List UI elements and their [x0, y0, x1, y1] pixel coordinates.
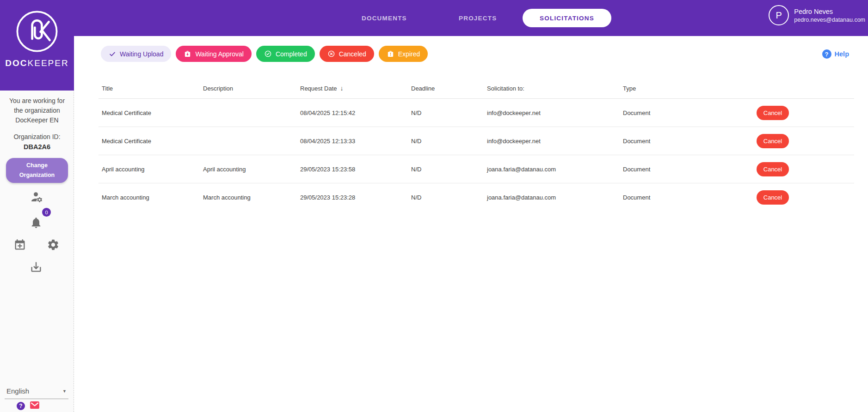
change-org-line2: Organization — [6, 170, 68, 180]
row-request-date: 29/05/2023 15:23:58 — [297, 166, 408, 173]
cancel-button[interactable]: Cancel — [757, 190, 789, 205]
sidebar-brand-header: DOCKEEPER — [0, 0, 74, 91]
help-question-icon[interactable]: ? — [17, 402, 25, 410]
column-header-description[interactable]: Description — [200, 85, 297, 92]
row-actions: Cancel — [712, 134, 854, 148]
filter-chip-label: Completed — [276, 50, 307, 58]
filter-chip-label: Expired — [398, 50, 420, 58]
filter-chip-label: Canceled — [339, 50, 366, 58]
row-type: Document — [620, 194, 712, 201]
sidebar-footer-icons: ? — [17, 401, 40, 411]
language-value: English — [6, 387, 29, 395]
sidebar: DOCKEEPER You are working for the organi… — [0, 0, 74, 412]
row-title: April accounting — [98, 166, 200, 173]
filter-chip-label: Waiting Approval — [195, 50, 244, 58]
user-profile[interactable]: P Pedro Neves pedro.neves@datanau.com — [769, 5, 865, 25]
page: DOCUMENTS PROJECTS SOLICITATIONS P Pedro… — [0, 0, 868, 412]
change-org-line1: Change — [6, 161, 68, 170]
help-label: Help — [835, 50, 849, 58]
filter-chip-canceled[interactable]: Canceled — [320, 46, 374, 62]
language-select[interactable]: English ▼ — [5, 386, 68, 399]
cancel-button[interactable]: Cancel — [757, 106, 789, 120]
avatar[interactable]: P — [769, 5, 789, 25]
user-email: pedro.neves@datanau.com — [794, 17, 865, 23]
row-type: Document — [620, 166, 712, 173]
working-for-line3: DocKeeper EN — [0, 115, 74, 125]
calendar-add-icon[interactable] — [13, 238, 26, 253]
tab-solicitations[interactable]: SOLICITATIONS — [523, 9, 611, 27]
column-header-solicitation-to[interactable]: Solicitation to: — [484, 85, 620, 92]
briefcase-down-arrow-icon — [184, 50, 191, 58]
notification-count-badge: 0 — [42, 208, 51, 217]
cancel-button[interactable]: Cancel — [757, 162, 789, 176]
filter-chip-waiting-approval[interactable]: Waiting Approval — [176, 46, 252, 62]
table-header-row: Title Description Request Date↓ Deadline… — [98, 78, 854, 99]
manage-users-icon[interactable] — [30, 190, 44, 206]
filter-chip-waiting-upload[interactable]: Waiting Upload — [101, 46, 171, 62]
row-deadline: N/D — [408, 109, 484, 116]
help-link[interactable]: ? Help — [822, 49, 849, 59]
working-for-line1: You are working for — [0, 96, 74, 106]
column-header-title[interactable]: Title — [98, 85, 200, 92]
change-organization-button[interactable]: Change Organization — [6, 158, 68, 183]
brand-name-light: KEEPER — [28, 58, 69, 68]
user-info: Pedro Neves pedro.neves@datanau.com — [794, 8, 865, 23]
brand-name-bold: DOC — [5, 58, 27, 68]
row-deadline: N/D — [408, 138, 484, 145]
briefcase-alert-icon — [387, 50, 394, 58]
download-icon[interactable] — [30, 261, 43, 275]
settings-gear-icon[interactable] — [47, 238, 60, 253]
organization-id-value: DBA2A6 — [0, 143, 74, 151]
row-solicitation-to: info@dockeeper.net — [484, 109, 620, 116]
working-for-text: You are working for the organization Doc… — [0, 96, 74, 125]
row-request-date: 29/05/2023 15:23:28 — [297, 194, 408, 201]
row-title: Medical Certificate — [98, 109, 200, 116]
tab-documents[interactable]: DOCUMENTS — [362, 0, 407, 36]
row-solicitation-to: joana.faria@datanau.com — [484, 194, 620, 201]
row-actions: Cancel — [712, 190, 854, 205]
table-row: April accounting April accounting 29/05/… — [98, 155, 854, 183]
column-header-type[interactable]: Type — [620, 85, 712, 92]
user-name: Pedro Neves — [794, 8, 865, 15]
filter-chip-expired[interactable]: Expired — [379, 46, 428, 62]
working-for-line2: the organization — [0, 106, 74, 115]
column-header-label: Request Date — [300, 85, 337, 92]
filter-chip-label: Waiting Upload — [120, 50, 163, 58]
chevron-down-icon: ▼ — [62, 389, 67, 394]
organization-id-label: Organization ID: — [0, 133, 74, 140]
brand-name: DOCKEEPER — [0, 58, 74, 68]
row-solicitation-to: info@dockeeper.net — [484, 138, 620, 145]
status-filter-chips: Waiting Upload Waiting Approval Complete… — [101, 46, 428, 62]
filter-chip-completed[interactable]: Completed — [256, 46, 315, 62]
cancel-button[interactable]: Cancel — [757, 134, 789, 148]
row-actions: Cancel — [712, 162, 854, 176]
table-row: Medical Certificate 08/04/2025 12:15:42 … — [98, 99, 854, 127]
row-deadline: N/D — [408, 166, 484, 173]
row-solicitation-to: joana.faria@datanau.com — [484, 166, 620, 173]
dockeeper-logo-icon — [13, 7, 61, 55]
table-row: March accounting March accounting 29/05/… — [98, 183, 854, 212]
help-question-circle-icon: ? — [822, 49, 831, 59]
row-title: March accounting — [98, 194, 200, 201]
column-header-deadline[interactable]: Deadline — [408, 85, 484, 92]
solicitations-table: Title Description Request Date↓ Deadline… — [98, 78, 854, 212]
row-actions: Cancel — [712, 106, 854, 120]
top-navigation-bar: DOCUMENTS PROJECTS SOLICITATIONS P Pedro… — [0, 0, 868, 36]
row-request-date: 08/04/2025 12:13:33 — [297, 138, 408, 145]
x-circle-icon — [327, 50, 335, 58]
row-deadline: N/D — [408, 194, 484, 201]
notifications-bell-icon[interactable] — [30, 216, 43, 231]
table-row: Medical Certificate 08/04/2025 12:13:33 … — [98, 127, 854, 155]
row-title: Medical Certificate — [98, 138, 200, 145]
sort-descending-icon[interactable]: ↓ — [340, 85, 344, 92]
row-request-date: 08/04/2025 12:15:42 — [297, 109, 408, 116]
check-circle-icon — [264, 50, 272, 58]
contact-email-icon[interactable] — [30, 401, 40, 411]
row-description: March accounting — [200, 194, 297, 201]
row-type: Document — [620, 109, 712, 116]
row-description: April accounting — [200, 166, 297, 173]
tab-projects[interactable]: PROJECTS — [459, 0, 497, 36]
column-header-request-date[interactable]: Request Date↓ — [297, 85, 408, 92]
row-type: Document — [620, 138, 712, 145]
check-icon — [109, 50, 116, 58]
